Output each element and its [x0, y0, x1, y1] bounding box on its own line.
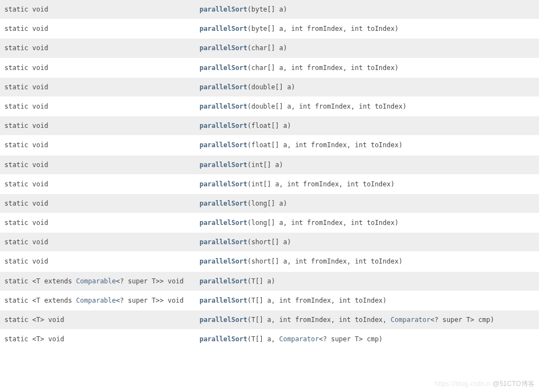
method-link[interactable]: parallelSort: [200, 103, 247, 110]
modifier-cell: static <T extends Comparable<? super T>>…: [0, 271, 195, 291]
modifier-cell: static void: [0, 174, 195, 194]
method-link[interactable]: parallelSort: [200, 161, 247, 169]
modifier-pre: static void: [4, 219, 48, 227]
params-pre: (T[] a): [247, 277, 276, 285]
table-row: static <T> voidparallelSort(T[] a, int f…: [0, 310, 539, 330]
table-row: static voidparallelSort(long[] a): [0, 194, 539, 213]
table-row: static <T> voidparallelSort(T[] a, Compa…: [0, 330, 539, 349]
params-pre: (short[] a, int fromIndex, int toIndex): [247, 257, 403, 265]
method-link[interactable]: parallelSort: [200, 200, 247, 207]
method-link[interactable]: parallelSort: [200, 297, 247, 304]
method-link[interactable]: parallelSort: [200, 277, 247, 285]
modifier-pre: static void: [4, 238, 48, 246]
modifier-cell: static void: [0, 252, 195, 271]
signature-cell: parallelSort(short[] a): [195, 233, 539, 252]
method-link[interactable]: parallelSort: [200, 238, 247, 246]
table-row: static voidparallelSort(float[] a, int f…: [0, 136, 539, 155]
signature-cell: parallelSort(short[] a, int fromIndex, i…: [195, 252, 539, 271]
modifier-cell: static void: [0, 58, 195, 77]
params-pre: (char[] a): [247, 44, 287, 52]
table-row: static voidparallelSort(float[] a): [0, 116, 539, 136]
signature-cell: parallelSort(T[] a): [195, 271, 539, 291]
method-link[interactable]: parallelSort: [200, 335, 247, 343]
modifier-pre: static void: [4, 44, 48, 52]
modifier-cell: static void: [0, 116, 195, 136]
table-row: static voidparallelSort(double[] a): [0, 77, 539, 96]
signature-cell: parallelSort(long[] a): [195, 194, 539, 213]
signature-cell: parallelSort(T[] a, int fromIndex, int t…: [195, 310, 539, 330]
params-pre: (long[] a, int fromIndex, int toIndex): [247, 219, 399, 227]
method-link[interactable]: parallelSort: [200, 316, 247, 324]
modifier-pre: static <T extends: [4, 277, 76, 285]
modifier-pre: static void: [4, 200, 48, 207]
params-pre: (float[] a, int fromIndex, int toIndex): [247, 141, 403, 149]
modifier-cell: static <T> void: [0, 310, 195, 330]
modifier-pre: static void: [4, 6, 48, 13]
params-pre: (byte[] a, int fromIndex, int toIndex): [247, 25, 399, 33]
param-type-link[interactable]: Comparator: [391, 316, 430, 324]
table-row: static voidparallelSort(char[] a): [0, 39, 539, 58]
signature-cell: parallelSort(double[] a): [195, 77, 539, 96]
method-link[interactable]: parallelSort: [200, 25, 247, 33]
method-link[interactable]: parallelSort: [200, 6, 247, 13]
modifier-pre: static void: [4, 64, 48, 72]
params-pre: (short[] a): [247, 238, 291, 246]
modifier-pre: static void: [4, 161, 48, 169]
modifier-cell: static void: [0, 233, 195, 252]
table-row: static voidparallelSort(double[] a, int …: [0, 96, 539, 116]
method-link[interactable]: parallelSort: [200, 44, 247, 52]
table-row: static voidparallelSort(int[] a, int fro…: [0, 174, 539, 194]
modifier-pre: static void: [4, 83, 48, 91]
params-pre: (T[] a, int fromIndex, int toIndex): [247, 297, 387, 304]
method-link[interactable]: parallelSort: [200, 83, 247, 91]
modifier-cell: static void: [0, 0, 195, 19]
modifier-cell: static void: [0, 194, 195, 213]
method-link[interactable]: parallelSort: [200, 257, 247, 265]
table-row: static <T extends Comparable<? super T>>…: [0, 271, 539, 291]
signature-cell: parallelSort(float[] a): [195, 116, 539, 136]
signature-cell: parallelSort(T[] a, int fromIndex, int t…: [195, 291, 539, 310]
table-row: static voidparallelSort(byte[] a, int fr…: [0, 19, 539, 39]
modifier-cell: static void: [0, 19, 195, 39]
type-link[interactable]: Comparable: [76, 297, 116, 304]
signature-cell: parallelSort(char[] a): [195, 39, 539, 58]
signature-cell: parallelSort(T[] a, Comparator<? super T…: [195, 330, 539, 349]
method-link[interactable]: parallelSort: [200, 219, 247, 227]
method-link[interactable]: parallelSort: [200, 64, 247, 72]
modifier-pre: static void: [4, 122, 48, 130]
modifier-cell: static void: [0, 39, 195, 58]
params-pre: (T[] a, int fromIndex, int toIndex,: [247, 316, 391, 324]
method-link[interactable]: parallelSort: [200, 180, 247, 188]
table-row: static voidparallelSort(byte[] a): [0, 0, 539, 19]
params-pre: (long[] a): [247, 200, 287, 207]
params-pre: (char[] a, int fromIndex, int toIndex): [247, 64, 399, 72]
params-post: <? super T> cmp): [430, 316, 494, 324]
params-pre: (int[] a): [247, 161, 283, 169]
type-link[interactable]: Comparable: [76, 277, 116, 285]
modifier-cell: static <T extends Comparable<? super T>>…: [0, 291, 195, 310]
table-row: static voidparallelSort(short[] a): [0, 233, 539, 252]
signature-cell: parallelSort(double[] a, int fromIndex, …: [195, 96, 539, 116]
method-link[interactable]: parallelSort: [200, 141, 247, 149]
modifier-post: <? super T>> void: [116, 297, 184, 304]
param-type-link[interactable]: Comparator: [279, 335, 319, 343]
modifier-pre: static void: [4, 180, 48, 188]
modifier-post: <? super T>> void: [116, 277, 184, 285]
modifier-pre: static void: [4, 257, 48, 265]
modifier-pre: static void: [4, 103, 48, 110]
params-pre: (double[] a, int fromIndex, int toIndex): [247, 103, 407, 110]
signature-cell: parallelSort(long[] a, int fromIndex, in…: [195, 213, 539, 233]
table-row: static voidparallelSort(char[] a, int fr…: [0, 58, 539, 77]
modifier-pre: static void: [4, 141, 48, 149]
params-pre: (T[] a,: [247, 335, 279, 343]
signature-cell: parallelSort(int[] a, int fromIndex, int…: [195, 174, 539, 194]
method-link[interactable]: parallelSort: [200, 122, 247, 130]
modifier-pre: static <T> void: [4, 316, 64, 324]
table-row: static voidparallelSort(short[] a, int f…: [0, 252, 539, 271]
params-pre: (int[] a, int fromIndex, int toIndex): [247, 180, 395, 188]
modifier-pre: static void: [4, 25, 48, 33]
modifier-pre: static <T> void: [4, 335, 64, 343]
signature-cell: parallelSort(byte[] a, int fromIndex, in…: [195, 19, 539, 39]
modifier-cell: static void: [0, 77, 195, 96]
modifier-pre: static <T extends: [4, 297, 76, 304]
